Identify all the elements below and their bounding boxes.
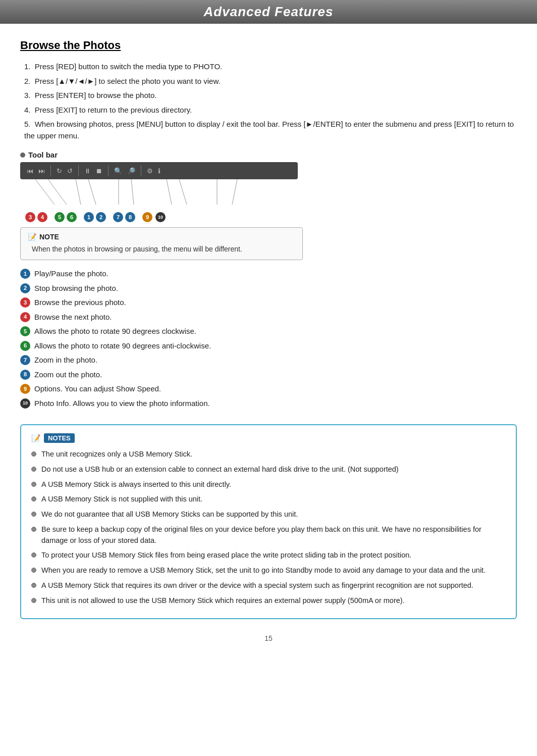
note-dot-10: [31, 598, 36, 603]
note-text: When the photos in browsing or pausing, …: [28, 244, 295, 255]
note-dot-7: [31, 552, 36, 558]
feature-num-8: 8: [20, 370, 30, 380]
toolbar-prev-icon: ⏮: [25, 166, 35, 176]
toolbar-bullet-icon: [20, 153, 25, 158]
note-dot-6: [31, 527, 36, 532]
svg-line-6: [167, 179, 172, 205]
list-item: 6 Allows the photo to rotate 90 degrees …: [20, 340, 517, 352]
list-item: 2 Stop browsing the photo.: [20, 283, 517, 294]
feature-num-1: 1: [20, 269, 30, 279]
note-dot-3: [31, 482, 36, 487]
step-5: 5. When browsing photos, press [MENU] bu…: [20, 119, 517, 141]
toolbar-area: ⏮ ⏭ ↻ ↺ ⏸ ⏹ 🔍 🔎 ⚙: [20, 162, 313, 222]
note-dot-5: [31, 512, 36, 517]
svg-line-1: [48, 179, 67, 205]
toolbar-label: Tool bar: [20, 150, 517, 159]
toolbar-num-2: 2: [96, 212, 106, 222]
list-item: 4 Browse the next photo.: [20, 312, 517, 323]
toolbar-connectors-svg: [20, 179, 298, 210]
toolbar-number-row: 3 4 5 6 1 2 7 8 9 10: [20, 212, 298, 222]
feature-num-5: 5: [20, 326, 30, 336]
toolbar-options-icon: ⚙: [145, 166, 154, 176]
svg-line-9: [232, 179, 237, 205]
feature-num-4: 4: [20, 312, 30, 322]
toolbar-next-icon: ⏭: [37, 166, 46, 176]
section-title: Browse the Photos: [20, 39, 517, 52]
feature-num-6: 6: [20, 341, 30, 351]
toolbar-num-3: 3: [25, 212, 35, 222]
note-item-8: When you are ready to remove a USB Memor…: [31, 565, 506, 576]
toolbar-num-5: 5: [55, 212, 65, 222]
list-item: 7 Zoom in the photo.: [20, 355, 517, 366]
note-item-7: To protect your USB Memory Stick files f…: [31, 550, 506, 561]
note-dot-8: [31, 568, 36, 573]
toolbar-row: ⏮ ⏭ ↻ ↺ ⏸ ⏹ 🔍 🔎 ⚙: [20, 162, 298, 179]
svg-line-2: [76, 179, 81, 205]
toolbar-num-8: 8: [125, 212, 135, 222]
toolbar-zoom-in-icon: 🔍: [113, 166, 124, 176]
tb-group-prev-next: ⏮ ⏭: [25, 166, 46, 176]
step-1: 1. Press [RED] button to switch the medi…: [20, 61, 517, 73]
toolbar-zoom-out-icon: 🔎: [126, 166, 137, 176]
feature-num-3: 3: [20, 297, 30, 308]
tb-sep-2: [78, 165, 79, 176]
feature-num-10: 10: [20, 398, 30, 409]
note-item-2: Do not use a USB hub or an extension cab…: [31, 464, 506, 475]
note-dot-9: [31, 583, 36, 588]
tb-sep-3: [108, 165, 109, 176]
list-item: 10 Photo Info. Allows you to view the ph…: [20, 398, 517, 410]
svg-line-0: [35, 179, 55, 205]
toolbar-rotate-cw-icon: ↻: [55, 166, 64, 176]
notes-badge: NOTES: [44, 433, 75, 443]
note-item-4: A USB Memory Stick is not supplied with …: [31, 494, 506, 505]
notes-header: 📝 NOTES: [31, 433, 506, 443]
feature-list: 1 Play/Pause the photo. 2 Stop browsing …: [20, 268, 517, 409]
notes-pencil-icon: 📝: [31, 434, 41, 443]
list-item: 5 Allows the photo to rotate 90 degrees …: [20, 326, 517, 337]
page-title: Advanced Features: [0, 4, 537, 20]
note-dot-2: [31, 467, 36, 472]
tb-sep-4: [141, 165, 141, 176]
tb-group-rotate: ↻ ↺: [55, 166, 74, 176]
toolbar-stop-icon: ⏹: [94, 166, 104, 176]
feature-num-9: 9: [20, 384, 30, 394]
toolbar-rotate-ccw-icon: ↺: [66, 166, 74, 176]
page-header: Advanced Features: [0, 0, 537, 24]
note-pencil-icon: 📝: [28, 233, 36, 241]
page-number: 15: [20, 634, 517, 642]
steps-list: 1. Press [RED] button to switch the medi…: [20, 61, 517, 141]
list-item: 9 Options. You can adjust Show Speed.: [20, 383, 517, 395]
svg-line-3: [88, 179, 96, 205]
feature-num-2: 2: [20, 283, 30, 293]
toolbar-num-7: 7: [113, 212, 123, 222]
note-item-5: We do not guarantee that all USB Memory …: [31, 509, 506, 520]
note-dot-4: [31, 496, 36, 501]
tb-group-zoom: 🔍 🔎: [113, 166, 137, 176]
note-item-6: Be sure to keep a backup copy of the ori…: [31, 524, 506, 546]
toolbar-num-10: 10: [155, 212, 166, 222]
step-4: 4. Press [EXIT] to return to the previou…: [20, 105, 517, 116]
note-item-9: A USB Memory Stick that requires its own…: [31, 580, 506, 591]
note-item-1: The unit recognizes only a USB Memory St…: [31, 449, 506, 460]
tb-group-play-stop: ⏸ ⏹: [83, 166, 104, 176]
svg-line-7: [179, 179, 187, 205]
step-3: 3. Press [ENTER] to browse the photo.: [20, 90, 517, 102]
toolbar-info-icon: ℹ: [156, 166, 162, 176]
svg-line-5: [131, 179, 134, 205]
list-item: 3 Browse the previous photo.: [20, 297, 517, 309]
feature-num-7: 7: [20, 355, 30, 365]
note-header: 📝 NOTE: [28, 233, 295, 241]
note-item-10: This unit is not allowed to use the USB …: [31, 595, 506, 607]
note-item-3: A USB Memory Stick is always inserted to…: [31, 479, 506, 490]
step-2: 2. Press [▲/▼/◄/►] to select the photo y…: [20, 76, 517, 87]
tb-group-options-info: ⚙ ℹ: [145, 166, 162, 176]
notes-box: 📝 NOTES The unit recognizes only a USB M…: [20, 424, 517, 619]
list-item: 1 Play/Pause the photo.: [20, 268, 517, 280]
toolbar-num-1: 1: [84, 212, 94, 222]
toolbar-num-6: 6: [67, 212, 77, 222]
toolbar-num-4: 4: [37, 212, 47, 222]
note-box: 📝 NOTE When the photos in browsing or pa…: [20, 227, 303, 260]
tb-sep-1: [50, 165, 51, 176]
toolbar-num-9: 9: [142, 212, 152, 222]
note-dot-1: [31, 451, 36, 457]
